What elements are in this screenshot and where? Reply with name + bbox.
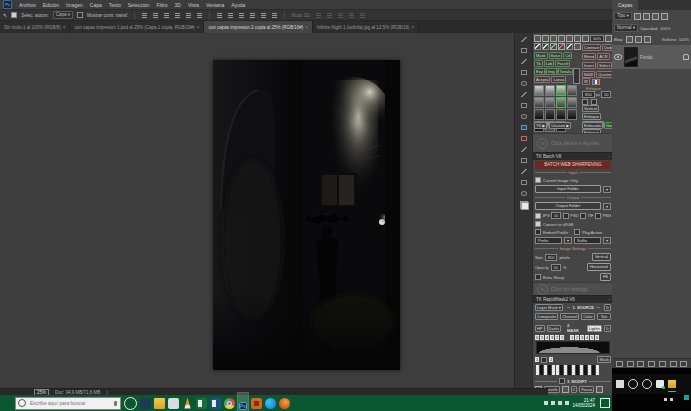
tk-pair-button-b[interactable]: ACR <box>597 53 609 60</box>
app-icon-dark[interactable] <box>140 398 151 409</box>
tk-pair-button-a[interactable]: Contrast <box>582 44 601 51</box>
align-bottom-icon[interactable] <box>197 13 202 18</box>
mixer-icon[interactable] <box>566 43 573 50</box>
eyedropper-tool[interactable] <box>520 80 528 87</box>
fill-value[interactable]: 100% <box>679 37 689 42</box>
enfocado-button[interactable]: Enfocado <box>582 122 603 129</box>
hp-button[interactable]: HP <box>535 325 545 332</box>
menu-item[interactable]: Selección <box>128 2 150 8</box>
tk-confirm-button[interactable]: Lanza <box>551 76 566 83</box>
auto-select-checkbox[interactable] <box>11 12 17 18</box>
tk-user-menu-button[interactable]: Usuario ▶ <box>549 122 571 129</box>
mask-thumb-mid3[interactable] <box>567 97 577 108</box>
align-top-icon[interactable] <box>175 13 180 18</box>
embed-profile-checkbox[interactable] <box>535 229 541 235</box>
distribute-left-icon[interactable] <box>250 13 255 18</box>
format-option[interactable]: PSD <box>563 213 578 219</box>
tk-pair-button-a[interactable]: B&W <box>582 71 595 78</box>
link-layers-icon[interactable] <box>616 361 623 367</box>
layers-tab[interactable]: Capas <box>612 0 638 10</box>
menu-item[interactable]: 3D <box>175 2 181 8</box>
output-folder-button[interactable]: Output Folder <box>535 202 601 210</box>
input-folder-button[interactable]: Input Folder <box>535 185 601 193</box>
action-center-icon[interactable] <box>600 398 610 408</box>
output-folder-dropdown[interactable]: ▾ <box>603 203 611 210</box>
extra-sharp-checkbox[interactable] <box>535 274 541 280</box>
tray-chevron-icon[interactable] <box>544 401 548 405</box>
mask-thumb-lights4[interactable] <box>567 85 577 96</box>
modify-icon-c[interactable] <box>596 386 603 393</box>
lights-button[interactable]: Lights <box>587 325 602 332</box>
document-tab-1[interactable]: Sin título-1 al 100% (RGB/8)× <box>0 21 70 33</box>
gradient-tool[interactable] <box>520 146 528 153</box>
darks-button[interactable]: Darks <box>547 325 561 332</box>
mask-button[interactable]: Mask <box>597 356 611 363</box>
menu-item[interactable]: Edición <box>43 2 59 8</box>
mask-thumb-mid5[interactable] <box>545 109 555 120</box>
clone-stamp-tool[interactable] <box>520 102 528 109</box>
flatten-icon[interactable] <box>566 35 573 42</box>
mask-thumb-lights5[interactable] <box>534 97 544 108</box>
task-view-icon[interactable] <box>642 379 652 389</box>
vertical-button[interactable]: Vertical <box>592 253 611 261</box>
copy-icon[interactable] <box>558 35 565 42</box>
mask-thumb-lights3-selected[interactable] <box>556 85 566 96</box>
filter-type-select[interactable]: Tipo ▾ <box>614 12 632 20</box>
new-doc-icon[interactable] <box>534 35 541 42</box>
mask-thumb-darks2[interactable] <box>567 109 577 120</box>
color-swatches[interactable] <box>520 201 529 210</box>
file-explorer-icon-active[interactable] <box>668 380 676 388</box>
crop-tool[interactable] <box>520 69 528 76</box>
eraser-tool[interactable] <box>520 135 528 142</box>
zoom-tool[interactable] <box>520 190 528 197</box>
distribute-center-v-icon[interactable] <box>228 13 233 18</box>
blend-mode-select[interactable]: Normal ▾ <box>614 24 638 32</box>
close-icon[interactable]: × <box>411 25 414 30</box>
new-layer-icon[interactable] <box>670 361 677 367</box>
range-1-button[interactable]: 1 <box>535 357 539 362</box>
source-button[interactable]: Sat <box>597 313 611 320</box>
document-tab-3-active[interactable]: con capas impresion 2 copia al 25% (RGB/… <box>204 21 312 33</box>
menu-item[interactable]: Vista <box>188 2 199 8</box>
lock-all-icon[interactable] <box>644 36 651 43</box>
adjustment-layer-icon[interactable] <box>648 361 655 367</box>
tk-exp-button[interactable]: Exp <box>534 68 545 75</box>
format-option[interactable]: PNG <box>595 213 611 219</box>
align-center-h-icon[interactable] <box>153 13 158 18</box>
current-image-only-checkbox[interactable] <box>535 177 541 183</box>
mask-spectrum-strip[interactable] <box>533 364 613 377</box>
distribute-right-icon[interactable] <box>272 13 277 18</box>
3d-drag-icon[interactable] <box>338 13 343 18</box>
align-right-icon[interactable] <box>164 13 169 18</box>
resize-icon[interactable] <box>574 35 581 42</box>
green-brush-icon[interactable] <box>550 43 557 50</box>
range-checkbox[interactable] <box>541 357 547 363</box>
layer-thumbnail[interactable] <box>624 47 638 67</box>
document-tab-2[interactable]: con capas impresion 1.psd al 25% (Capa 1… <box>70 21 204 33</box>
pencil-icon[interactable] <box>534 43 541 50</box>
filter-pixel-icon[interactable] <box>634 13 641 20</box>
menu-item[interactable]: Texto <box>109 2 121 8</box>
mask-thumb-mid1[interactable] <box>545 97 555 108</box>
modify-icon-b[interactable] <box>562 386 569 393</box>
excel-icon[interactable] <box>196 398 207 409</box>
tk-pair-button-a[interactable]: Invert <box>582 62 596 69</box>
mask-level-button[interactable]: 6 <box>595 335 599 340</box>
tk-confirm-button[interactable]: Acepta <box>534 76 550 83</box>
refresh-icon[interactable]: ↻ <box>604 325 611 332</box>
red-brush-icon[interactable] <box>558 43 565 50</box>
move-tool[interactable] <box>520 36 528 43</box>
plus-icon[interactable] <box>605 35 612 42</box>
app-icon-document[interactable] <box>168 398 179 409</box>
tk-action-button[interactable]: FaceIt <box>555 60 570 67</box>
healing-tool[interactable] <box>520 124 528 131</box>
app-icon-orange[interactable] <box>251 398 262 409</box>
opacity-value[interactable]: 100% <box>660 26 670 31</box>
marquee-tool[interactable] <box>520 47 528 54</box>
tray-icon-2[interactable] <box>670 398 673 401</box>
taskbar-search[interactable] <box>15 397 121 410</box>
opacity-value[interactable]: 50 <box>551 264 561 271</box>
cortana-icon[interactable] <box>124 397 137 410</box>
tk-action-button[interactable]: Lab <box>544 60 555 67</box>
history-brush-tool[interactable] <box>520 113 528 120</box>
